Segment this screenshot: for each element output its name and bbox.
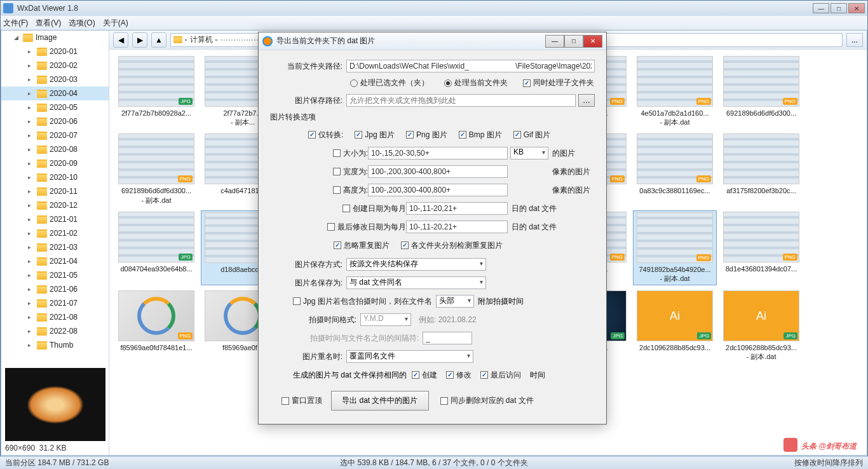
- check-jpg[interactable]: Jpg 图片: [355, 130, 395, 140]
- browse-button[interactable]: …: [578, 94, 595, 107]
- file-thumb[interactable]: PNGf85969ae0fd78481e1...: [114, 289, 198, 363]
- expand-icon[interactable]: ▸: [28, 202, 34, 208]
- tree-folder[interactable]: ▸2021-04: [1, 254, 109, 268]
- modify-date-input[interactable]: [406, 221, 508, 233]
- forward-button[interactable]: ▶: [132, 32, 147, 48]
- maximize-button[interactable]: □: [831, 3, 847, 13]
- tree-folder[interactable]: ▸2020-10: [1, 170, 109, 184]
- file-thumb[interactable]: JPGd084704ea930e64b8...: [114, 210, 198, 285]
- expand-icon[interactable]: ▸: [28, 328, 34, 334]
- expand-icon[interactable]: ▸: [28, 300, 34, 306]
- radio-selected-files[interactable]: 处理已选文件（夹）: [350, 78, 429, 88]
- tree-folder[interactable]: ▸2020-02: [1, 58, 109, 72]
- expand-icon[interactable]: ▸: [28, 342, 34, 348]
- menu-file[interactable]: 文件(F): [3, 18, 28, 29]
- tree-folder[interactable]: ▸2021-01: [1, 212, 109, 226]
- export-button[interactable]: 导出 dat 文件中的图片: [331, 391, 428, 411]
- check-bmp[interactable]: Bmp 图片: [459, 130, 502, 140]
- expand-icon[interactable]: ▸: [28, 230, 34, 236]
- tree-folder[interactable]: ▸2021-03: [1, 240, 109, 254]
- tree-folder[interactable]: ▸2021-05: [1, 268, 109, 282]
- size-input[interactable]: [368, 147, 508, 160]
- expand-icon[interactable]: ▸: [28, 174, 34, 180]
- crumb-computer[interactable]: 计算机: [190, 34, 213, 45]
- save-method-select[interactable]: 按源文件夹结构保存: [346, 258, 486, 271]
- check-only-convert[interactable]: 仅转换:: [308, 130, 343, 140]
- titlebar[interactable]: WxDat Viewer 1.8 — □ ✕: [1, 1, 867, 16]
- expand-icon[interactable]: ▸: [28, 146, 34, 153]
- expand-icon[interactable]: ▸: [28, 90, 34, 97]
- tree-folder[interactable]: ▸2022-08: [1, 324, 109, 338]
- tree-folder[interactable]: ▸2020-11: [1, 184, 109, 198]
- check-height[interactable]: 高度为:: [308, 185, 368, 196]
- check-gif[interactable]: Gif 图片: [513, 130, 551, 140]
- expand-icon[interactable]: ▸: [28, 118, 34, 125]
- tree-folder[interactable]: ▸2020-04: [1, 86, 109, 100]
- expand-icon[interactable]: ▸: [28, 188, 34, 194]
- expand-icon[interactable]: ▸: [28, 132, 34, 139]
- dialog-titlebar[interactable]: 导出当前文件夹下的 dat 图片 — □ ✕: [259, 32, 606, 50]
- jpg-pos-select[interactable]: 头部: [436, 295, 474, 308]
- expand-icon[interactable]: ▸: [28, 314, 34, 320]
- check-detect-per-folder[interactable]: 各文件夹分别检测重复图片: [401, 240, 503, 251]
- check-width[interactable]: 宽度为:: [308, 167, 368, 177]
- expand-icon[interactable]: ▸: [28, 104, 34, 111]
- close-button[interactable]: ✕: [848, 3, 865, 13]
- expand-icon[interactable]: ▸: [28, 48, 34, 55]
- tree-folder[interactable]: ▸2020-08: [1, 142, 109, 156]
- back-button[interactable]: ◀: [113, 32, 128, 48]
- expand-icon[interactable]: ▸: [28, 286, 34, 292]
- check-keep-access[interactable]: 最后访问: [480, 370, 521, 381]
- expand-icon[interactable]: ▸: [28, 62, 34, 69]
- check-jpg-time[interactable]: Jpg 图片若包含拍摄时间，则在文件名: [293, 296, 432, 307]
- expand-icon[interactable]: ▸: [28, 258, 34, 264]
- tree-folder[interactable]: ▸2021-07: [1, 296, 109, 310]
- check-sync-delete[interactable]: 同步删除对应的 dat 文件: [440, 395, 534, 406]
- tree-folder[interactable]: ▸2021-06: [1, 282, 109, 296]
- create-date-input[interactable]: [406, 202, 508, 215]
- check-pin-top[interactable]: 窗口置顶: [281, 395, 322, 406]
- tree-folder[interactable]: ▸Thumb: [1, 338, 109, 352]
- file-thumb[interactable]: JPG2dc1096288b85dc93...- 副本.dat: [719, 289, 803, 363]
- size-unit-select[interactable]: KB: [510, 147, 548, 160]
- save-path-input[interactable]: [346, 94, 576, 107]
- file-thumb[interactable]: PNG7491892ba54b4920e...- 副本.dat: [633, 210, 717, 285]
- check-ignore-dup[interactable]: 忽略重复图片: [334, 240, 390, 251]
- expand-icon[interactable]: ▸: [28, 216, 34, 222]
- check-size[interactable]: 大小为:: [308, 148, 368, 159]
- check-create-date[interactable]: 创建日期为每月: [308, 203, 406, 214]
- path-input[interactable]: [346, 60, 595, 72]
- check-png[interactable]: Png 图片: [406, 130, 447, 140]
- dialog-maximize-button[interactable]: □: [564, 35, 583, 48]
- file-thumb[interactable]: PNG8d1e436801394dc07...: [719, 210, 803, 285]
- tree-folder[interactable]: ▸2020-05: [1, 100, 109, 114]
- menu-about[interactable]: 关于(A): [103, 18, 128, 29]
- file-thumb[interactable]: af3175f8200ef3b20c...: [719, 132, 803, 206]
- tree-folder[interactable]: ▸2020-01: [1, 44, 109, 58]
- check-subfolders[interactable]: 同时处理子文件夹: [523, 78, 594, 88]
- tree-folder[interactable]: ▸2021-02: [1, 226, 109, 240]
- tree-folder[interactable]: ▸2020-12: [1, 198, 109, 212]
- check-keep-create[interactable]: 创建: [412, 370, 437, 381]
- check-keep-modify[interactable]: 修改: [446, 370, 471, 381]
- expand-icon[interactable]: ▸: [28, 76, 34, 83]
- width-input[interactable]: [368, 165, 508, 178]
- tree-folder[interactable]: ▸2020-06: [1, 114, 109, 128]
- radio-current-folder[interactable]: 处理当前文件夹: [444, 78, 508, 88]
- file-thumb[interactable]: PNG0a83c9c38801169ec...: [633, 132, 717, 206]
- file-thumb[interactable]: PNG692189b6d6df6d300...: [719, 55, 803, 128]
- expand-icon[interactable]: ▸: [28, 272, 34, 278]
- save-name-select[interactable]: 与 dat 文件同名: [346, 276, 486, 289]
- file-thumb[interactable]: PNG4e501a7db2a1d160...- 副本.dat: [633, 55, 717, 128]
- expand-icon[interactable]: ▸: [28, 160, 34, 167]
- file-thumb[interactable]: PNG692189b6d6df6d300...- 副本.dat: [114, 132, 198, 206]
- file-thumb[interactable]: JPG2f77a72b7b80928a2...: [114, 55, 198, 128]
- tree-folder[interactable]: ▸2020-07: [1, 128, 109, 142]
- height-input[interactable]: [368, 184, 508, 196]
- tree-folder[interactable]: ▸2021-08: [1, 310, 109, 324]
- tree-folder[interactable]: ▸2020-03: [1, 72, 109, 86]
- tree-folder[interactable]: ▸2020-09: [1, 156, 109, 170]
- expand-icon[interactable]: ▸: [28, 244, 34, 250]
- up-button[interactable]: ▲: [151, 32, 166, 48]
- tree-root[interactable]: ◢ Image: [1, 31, 109, 44]
